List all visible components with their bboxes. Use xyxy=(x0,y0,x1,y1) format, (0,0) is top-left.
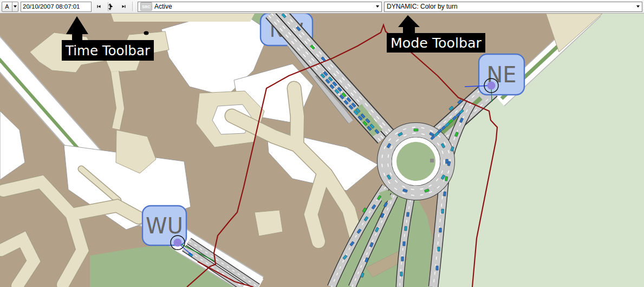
skip-to-end-icon xyxy=(122,3,126,10)
vehicle xyxy=(446,159,448,164)
caret-down-icon xyxy=(376,5,379,8)
vehicle xyxy=(400,272,402,276)
play-icon xyxy=(109,3,113,10)
vehicle xyxy=(436,266,439,270)
building xyxy=(255,210,283,236)
play-button[interactable] xyxy=(106,2,116,12)
building xyxy=(111,14,255,22)
vehicle xyxy=(443,192,446,196)
centroid-dot[interactable] xyxy=(174,239,182,247)
node-label-text: WU xyxy=(146,213,183,238)
map-canvas[interactable]: NW xyxy=(0,14,644,287)
time-toolbar-callout-text: Time Toolbar xyxy=(65,43,150,58)
application-window: A SRC Active DYNAMIC: Color by turn xyxy=(0,0,644,287)
mode-toolbar-callout-text: Mode Toolbar xyxy=(391,36,482,51)
vehicle xyxy=(403,242,406,246)
vehicle xyxy=(438,247,440,251)
building xyxy=(115,71,120,129)
roundabout-island xyxy=(396,142,435,181)
toolbar-separator xyxy=(132,2,134,11)
vehicle xyxy=(414,129,418,131)
active-scenario-combobox[interactable]: SRC Active xyxy=(138,2,382,12)
vehicle xyxy=(439,228,442,232)
dynamic-mode-combobox[interactable]: DYNAMIC: Color by turn xyxy=(384,2,642,12)
roundabout[interactable] xyxy=(378,123,454,200)
centroid-dot[interactable] xyxy=(487,82,496,90)
datetime-field[interactable] xyxy=(21,2,92,12)
view-mode-caret[interactable] xyxy=(12,2,18,11)
dynamic-mode-value: DYNAMIC: Color by turn xyxy=(387,3,634,10)
skip-to-end-button[interactable] xyxy=(119,2,129,12)
skip-to-start-icon xyxy=(97,3,101,10)
vehicle xyxy=(405,226,407,231)
skip-to-start-button[interactable] xyxy=(94,2,104,12)
vehicle xyxy=(406,212,409,217)
view-mode-label: A xyxy=(2,3,12,10)
view-mode-button[interactable]: A xyxy=(2,2,18,12)
vehicle xyxy=(401,257,404,261)
map-dot xyxy=(144,31,149,35)
caret-down-icon xyxy=(636,5,640,8)
active-scenario-value: Active xyxy=(154,3,374,10)
vehicle xyxy=(441,209,444,213)
map-marker-square xyxy=(430,159,434,162)
src-icon: SRC xyxy=(140,2,152,11)
caret-down-icon xyxy=(14,5,17,8)
top-toolbar: A SRC Active DYNAMIC: Color by turn xyxy=(0,0,644,14)
